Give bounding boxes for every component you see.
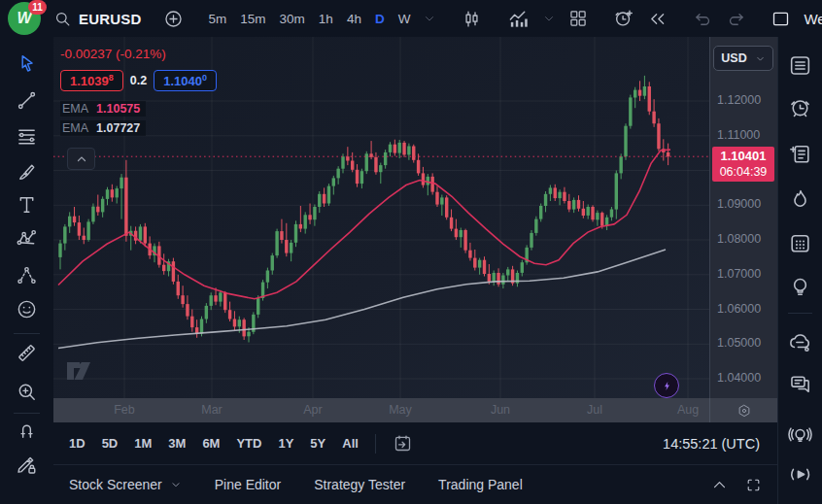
- timeframe-5m[interactable]: 5m: [209, 12, 227, 26]
- chevron-down-icon[interactable]: [423, 12, 436, 25]
- go-to-date-icon[interactable]: [393, 433, 413, 454]
- ideas-live-icon[interactable]: [778, 419, 822, 452]
- indicators-icon[interactable]: [507, 8, 530, 30]
- trading-platform-window: W 11 EURUSD 5m15m30m1h4hDW Wealthy: [0, 0, 822, 504]
- gear-icon[interactable]: [736, 403, 752, 419]
- indicator-row-ema-fast[interactable]: EMA 1.10575: [60, 101, 146, 117]
- time-tick-label: Feb: [103, 403, 146, 417]
- price-tick-label: 1.09000: [717, 197, 775, 211]
- account-name[interactable]: Wealthy: [804, 11, 822, 27]
- bar-countdown: 06:04:39: [720, 164, 768, 180]
- chart-type-candles-icon[interactable]: [462, 9, 482, 29]
- indicator-row-ema-slow[interactable]: EMA 1.07727: [60, 120, 146, 136]
- price-tick-label: 1.06000: [717, 302, 775, 316]
- fib-retracement-icon[interactable]: [0, 119, 53, 152]
- replay-icon[interactable]: [647, 9, 668, 29]
- range-5d-button[interactable]: 5D: [102, 436, 119, 451]
- sell-button[interactable]: 1.10398: [60, 70, 123, 91]
- trend-line-icon[interactable]: [0, 84, 53, 117]
- currency-dropdown[interactable]: USD: [713, 46, 773, 71]
- hotlists-icon[interactable]: [778, 183, 822, 216]
- timeframe-1h[interactable]: 1h: [319, 12, 333, 26]
- range-all-button[interactable]: All: [342, 436, 359, 451]
- brush-icon[interactable]: [0, 155, 53, 188]
- tab-trading-panel[interactable]: Trading Panel: [438, 477, 523, 492]
- price-tick-label: 1.12000: [717, 93, 775, 107]
- boost-lightning-button[interactable]: [654, 373, 679, 398]
- top-toolbar: W 11 EURUSD 5m15m30m1h4hDW Wealthy: [0, 0, 822, 37]
- maximize-panel-icon[interactable]: [745, 477, 762, 493]
- watchlist-icon[interactable]: [778, 49, 822, 82]
- axis-settings-cell[interactable]: [709, 398, 777, 422]
- price-tick-label: 1.04000: [717, 371, 775, 385]
- compare-add-icon[interactable]: [163, 9, 184, 29]
- search-icon[interactable]: [53, 10, 72, 28]
- range-3m-button[interactable]: 3M: [168, 436, 186, 451]
- chat-icon[interactable]: [778, 367, 822, 400]
- price-tick-label: 1.11000: [717, 128, 775, 142]
- time-axis[interactable]: FebMarAprMayJunJulAug: [53, 398, 777, 422]
- range-1y-button[interactable]: 1Y: [278, 436, 293, 451]
- range-5y-button[interactable]: 5Y: [310, 436, 325, 451]
- undo-icon[interactable]: [693, 9, 713, 29]
- ruler-icon[interactable]: [0, 336, 53, 369]
- range-6m-button[interactable]: 6M: [202, 436, 220, 451]
- timeframe-W[interactable]: W: [398, 12, 411, 26]
- session-clock[interactable]: 14:55:21 (UTC): [663, 436, 762, 452]
- chart-pane[interactable]: -0.00237 (-0.21%) 1.10398 0.2 1.10400 EM…: [53, 37, 777, 398]
- rail-divider: [788, 313, 812, 314]
- notes-icon[interactable]: [778, 137, 822, 170]
- tab-strategy-tester[interactable]: Strategy Tester: [314, 477, 405, 492]
- timeframe-30m[interactable]: 30m: [280, 12, 305, 26]
- draw-lock-icon[interactable]: [0, 448, 53, 481]
- chevron-down-icon: [170, 479, 182, 490]
- chart-legend: -0.00237 (-0.21%) 1.10398 0.2 1.10400 EM…: [60, 47, 217, 140]
- timeframe-4h[interactable]: 4h: [347, 12, 361, 26]
- time-tick-label: Jun: [479, 403, 522, 417]
- range-1m-button[interactable]: 1M: [134, 436, 152, 451]
- tradingview-watermark-logo: [66, 361, 99, 386]
- public-chats-icon[interactable]: [778, 326, 822, 359]
- price-tick-label: 1.07000: [717, 267, 775, 281]
- current-price-badge: 1.10401 06:04:39: [712, 147, 774, 182]
- layout-grid-icon[interactable]: [568, 9, 588, 28]
- price-tick-label: 1.05000: [717, 336, 775, 350]
- magnet-icon[interactable]: [0, 413, 53, 446]
- emoji-icon[interactable]: [0, 292, 53, 325]
- timeframe-D[interactable]: D: [375, 12, 385, 26]
- timeframe-15m[interactable]: 15m: [240, 12, 265, 26]
- zoom-in-icon[interactable]: [0, 375, 53, 408]
- alerts-icon[interactable]: [778, 90, 822, 123]
- redo-icon[interactable]: [726, 9, 746, 29]
- forecast-icon[interactable]: [0, 258, 53, 291]
- tab-pine-editor[interactable]: Pine Editor: [215, 477, 281, 492]
- chevron-down-icon: [755, 53, 766, 64]
- time-tick-label: Aug: [667, 403, 709, 417]
- right-widget-rail: [777, 37, 822, 504]
- ideas-icon[interactable]: [778, 270, 822, 303]
- time-tick-label: Mar: [190, 403, 233, 417]
- save-layout-icon[interactable]: [771, 9, 791, 29]
- toolbar-divider: [375, 434, 376, 454]
- alert-add-icon[interactable]: [613, 8, 634, 29]
- cursor-icon[interactable]: [0, 47, 53, 80]
- chevron-up-icon[interactable]: [711, 477, 728, 493]
- range-ytd-button[interactable]: YTD: [236, 436, 261, 451]
- xabcd-pattern-icon[interactable]: [0, 221, 53, 254]
- tab-stock-screener[interactable]: Stock Screener: [69, 477, 182, 492]
- streams-icon[interactable]: [778, 457, 822, 490]
- date-range-toolbar: 1D5D1M3M6MYTD1Y5YAll 14:55:21 (UTC): [53, 422, 777, 464]
- text-tool-icon[interactable]: [0, 187, 53, 220]
- spread-value: 0.2: [130, 74, 147, 87]
- range-1d-button[interactable]: 1D: [69, 436, 86, 451]
- time-tick-label: May: [379, 403, 422, 417]
- price-tick-label: 1.08000: [717, 232, 775, 246]
- calendar-icon[interactable]: [778, 226, 822, 259]
- symbol-search-button[interactable]: EURUSD: [79, 11, 142, 27]
- app-logo[interactable]: W 11: [8, 2, 41, 35]
- collapse-legend-button[interactable]: [67, 148, 95, 170]
- buy-button[interactable]: 1.10400: [154, 70, 217, 91]
- chevron-down-icon[interactable]: [542, 12, 556, 25]
- bottom-panel-tabs: Stock ScreenerPine EditorStrategy Tester…: [53, 464, 777, 504]
- timeframe-group: 5m15m30m1h4hDW: [209, 12, 411, 26]
